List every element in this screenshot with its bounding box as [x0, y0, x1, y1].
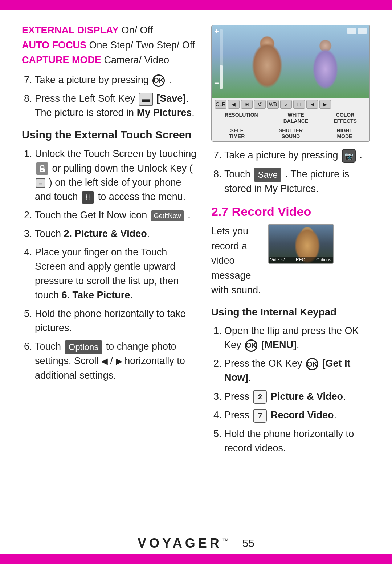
auto-focus-value: One Step/ Two Step/ Off [89, 40, 195, 51]
record-video-intro-row: Lets yourecord avideomessagewith sound. … [211, 224, 370, 298]
lock-icon [36, 162, 48, 175]
ik-step-4: Press 7 Record Video. [224, 408, 370, 423]
cam-grid-btn[interactable]: ⊞ [241, 100, 253, 109]
record-video-thumbnail: Videos/ REC Options [268, 224, 334, 264]
camera-toolbar: CLR ◀ ⊞ ↺ WB ♪ □ ◄ ▶ [212, 98, 369, 110]
capture-mode-setting: CAPTURE MODE Camera/ Video [22, 55, 197, 66]
cam-wb-btn[interactable]: WB [267, 100, 279, 109]
label-white-balance: WHITEBALANCE [283, 112, 308, 124]
ext-step-2: Touch the Get It Now icon GetItNow . [35, 208, 197, 222]
label-color-effects: COLOREFFECTS [334, 112, 357, 124]
step-8: Press the Left Soft Key ▬ [Save]. The pi… [35, 92, 197, 120]
menu-dots-icon: ⁞⁞ [82, 191, 94, 204]
camera-key-icon: 📷 [342, 149, 356, 163]
record-thumb-bar: Videos/ REC Options [269, 257, 333, 263]
camera-preview: + − [212, 25, 369, 98]
camera-labels: RESOLUTION WHITEBALANCE COLOREFFECTS [212, 110, 369, 126]
cam-left-btn[interactable]: ◀ [228, 100, 240, 109]
left-arrow-icon: ◀ [101, 356, 107, 367]
external-display-value: On/ Off [122, 25, 153, 36]
key-7-icon: 7 [253, 409, 267, 423]
auto-focus-setting: AUTO FOCUS One Step/ Two Step/ Off [22, 40, 197, 51]
label-night-mode: NIGHTMODE [337, 128, 353, 140]
cam-rotate-btn[interactable]: ↺ [254, 100, 266, 109]
internal-keypad-steps: Open the flip and press the OK Key OK [M… [211, 324, 370, 456]
section-27: 2.7 Record Video Lets yourecord avideome… [211, 205, 370, 455]
camera-labels-2: SELFTIMER SHUTTERSOUND NIGHTMODE [212, 126, 369, 141]
step-7-dot: . [169, 74, 172, 85]
ok-key-2-icon: OK [245, 339, 257, 352]
cam-frame-btn[interactable]: □ [293, 100, 305, 109]
capture-mode-value: Camera/ Video [104, 55, 170, 65]
ext-step-4: Place your finger on the Touch Screen an… [35, 245, 197, 302]
left-soft-key-icon: ▬ [139, 93, 153, 106]
ik-step-2: Press the OK Key OK [Get It Now]. [224, 356, 370, 385]
section-27-title: 2.7 Record Video [211, 205, 370, 219]
internal-keypad-header: Using the Internal Keypad [211, 306, 370, 318]
photo-sim: + − [212, 25, 369, 98]
right-column: + − CLR ◀ ⊞ ↺ [211, 25, 370, 460]
cam-top-icons [347, 28, 367, 34]
bottom-bar [0, 554, 392, 564]
page-number: 55 [242, 537, 254, 549]
external-touch-screen-header: Using the External Touch Screen [22, 129, 197, 141]
ik-step-1: Open the flip and press the OK Key OK [M… [224, 324, 370, 352]
zoom-minus: − [214, 79, 219, 87]
right-step-8: Touch Save . The picture is stored in My… [224, 167, 370, 196]
step-8-text: Press the Left Soft Key [35, 93, 138, 104]
save-button-icon: Save [254, 168, 281, 182]
ok-key-icon: OK [152, 74, 165, 87]
label-resolution: RESOLUTION [225, 112, 258, 124]
top-bar [0, 0, 392, 10]
label-self-timer: SELFTIMER [229, 128, 245, 140]
record-video-intro-text: Lets yourecord avideomessagewith sound. [211, 224, 261, 298]
key-2-icon: 2 [253, 390, 267, 404]
left-column: EXTERNAL DISPLAY On/ Off AUTO FOCUS One … [22, 25, 197, 460]
cam-sound-btn[interactable]: ♪ [280, 100, 292, 109]
zoom-bar [220, 29, 223, 89]
ext-step-1: Unlock the Touch Screen by touching or p… [35, 147, 197, 204]
cam-prev-btn[interactable]: ◄ [306, 100, 318, 109]
cam-next-btn[interactable]: ▶ [319, 100, 331, 109]
right-step-7: Take a picture by pressing 📷 . [224, 148, 370, 163]
zoom-plus: + [214, 28, 219, 36]
getitnow-icon: GetItNow [151, 210, 184, 221]
unlock-key-icon: ≡ [36, 178, 45, 188]
footer-inner: VOYAGER™ 55 [138, 536, 254, 551]
cam-clr-btn[interactable]: CLR [215, 100, 226, 109]
label-shutter-sound: SHUTTERSOUND [279, 128, 303, 140]
ik-step-3: Press 2 Picture & Video. [224, 390, 370, 404]
cam-icon-2 [358, 28, 367, 34]
external-display-label: EXTERNAL DISPLAY [22, 25, 119, 36]
step-7-text: Take a picture by pressing [35, 74, 151, 85]
ik-step-5: Hold the phone horizontally to record vi… [224, 427, 370, 455]
step-7: Take a picture by pressing OK . [35, 73, 197, 87]
ext-step-6: Touch Options to change photo settings. … [35, 339, 197, 383]
page-footer: VOYAGER™ 55 [0, 536, 392, 551]
external-display-setting: EXTERNAL DISPLAY On/ Off [22, 25, 197, 36]
svg-point-1 [41, 170, 43, 171]
right-arrow-icon: ▶ [116, 356, 122, 367]
capture-mode-label: CAPTURE MODE [22, 55, 101, 65]
right-steps-7-8: Take a picture by pressing 📷 . Touch Sav… [211, 148, 370, 196]
options-button-icon: Options [65, 340, 102, 354]
auto-focus-label: AUTO FOCUS [22, 40, 86, 51]
record-thumb-image: Videos/ REC Options [269, 225, 333, 263]
steps-7-8: Take a picture by pressing OK . Press th… [22, 73, 197, 120]
ok-key-3-icon: OK [306, 358, 318, 370]
ext-step-5: Hold the phone horizontally to take pict… [35, 307, 197, 335]
external-touch-steps: Unlock the Touch Screen by touching or p… [22, 147, 197, 382]
step-5-text: Hold the phone horizontally to take pict… [35, 308, 186, 333]
voyager-logo: VOYAGER™ [138, 536, 232, 551]
ext-step-3: Touch 2. Picture & Video. [35, 227, 197, 241]
cam-icon-1 [347, 28, 356, 34]
camera-ui: + − CLR ◀ ⊞ ↺ [211, 25, 370, 142]
